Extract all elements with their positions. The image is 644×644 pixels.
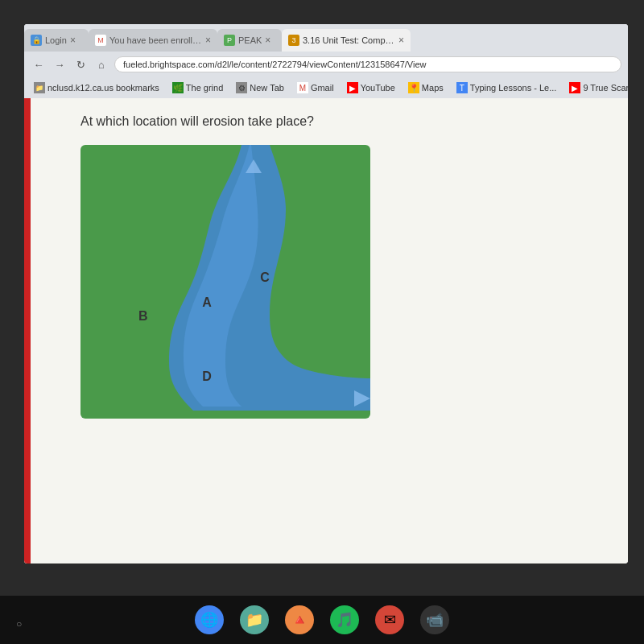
label-d: D [202, 369, 212, 384]
browser-chrome: 🔒Login×MYou have been enrolled in a ne×P… [24, 24, 628, 98]
bookmark-icon: 📁 [34, 82, 45, 93]
bookmark-label: The grind [186, 83, 223, 93]
bookmark-youtube[interactable]: ▶YouTube [344, 81, 398, 94]
bookmark-icon: ▶ [569, 82, 580, 93]
tab-login[interactable]: 🔒Login× [24, 29, 89, 52]
bookmark-label: Gmail [311, 83, 334, 93]
bookmark-icon: ▶ [347, 82, 358, 93]
bookmark-icon: T [456, 82, 468, 93]
tab-favicon-enrolled: M [95, 35, 106, 46]
forward-button[interactable]: → [52, 56, 68, 72]
bookmark-label: 9 True Scary Storie... [583, 83, 628, 93]
address-bar[interactable]: fueled.brightspace.com/d2l/le/content/27… [114, 56, 621, 72]
tab-label-unit: 3.16 Unit Test: Composition of [303, 35, 395, 45]
files-icon[interactable]: 📁 [240, 605, 269, 634]
tab-label-login: Login [45, 35, 67, 45]
bookmark-label: Maps [422, 83, 444, 93]
tab-close-unit[interactable]: × [398, 35, 404, 46]
bookmarks-bar: 📁nclusd.k12.ca.us bookmarks🌿The grind⚙Ne… [24, 77, 628, 98]
tab-close-peak[interactable]: × [265, 35, 270, 46]
bookmark-label: Typing Lessons - Le... [470, 83, 557, 93]
address-bar-row: ← → ↻ ⌂ fueled.brightspace.com/d2l/le/co… [24, 52, 628, 77]
drive-icon[interactable]: 🔺 [285, 605, 314, 634]
bookmark-maps[interactable]: 📍Maps [405, 81, 447, 94]
back-button[interactable]: ← [31, 56, 47, 72]
screen: 🔒Login×MYou have been enrolled in a ne×P… [24, 24, 628, 564]
bookmark-icon: 📍 [408, 82, 419, 93]
tab-enrolled[interactable]: MYou have been enrolled in a ne× [89, 29, 217, 52]
red-accent [24, 98, 31, 564]
tab-close-enrolled[interactable]: × [205, 35, 211, 46]
label-b: B [138, 309, 148, 324]
tab-favicon-peak: P [224, 35, 235, 46]
tab-label-enrolled: You have been enrolled in a ne [109, 35, 202, 45]
bookmark-icon: 🌿 [172, 82, 184, 93]
chrome-icon[interactable]: 🌐 [195, 605, 224, 634]
page-content: At which location will erosion take plac… [24, 98, 628, 564]
refresh-button[interactable]: ↻ [72, 56, 89, 72]
bookmark-new-tab[interactable]: ⚙New Tab [233, 81, 287, 94]
bookmark-label: nclusd.k12.ca.us bookmarks [47, 83, 159, 93]
gmail-icon[interactable]: ✉ [375, 605, 404, 634]
tab-favicon-unit: 3 [288, 35, 299, 46]
spotify-icon[interactable]: 🎵 [330, 605, 359, 634]
meet-icon[interactable]: 📹 [420, 605, 449, 634]
bookmark-gmail[interactable]: MGmail [294, 81, 337, 94]
bookmark-the-grind[interactable]: 🌿The grind [169, 81, 226, 94]
tab-close-login[interactable]: × [70, 35, 76, 46]
question-text: At which location will erosion take plac… [80, 114, 596, 129]
taskbar-indicator: ○ [16, 618, 22, 630]
tab-favicon-login: 🔒 [31, 35, 42, 46]
bookmark-label: YouTube [361, 83, 395, 93]
label-a: A [202, 295, 212, 310]
tab-label-peak: PEAK [238, 35, 262, 45]
bookmark-typing-lessons---le...[interactable]: TTyping Lessons - Le... [453, 81, 560, 94]
laptop-bezel: 🔒Login×MYou have been enrolled in a ne×P… [0, 0, 644, 644]
label-c: C [260, 270, 270, 285]
taskbar: ○ 🌐 📁 🔺 🎵 ✉ 📹 [0, 596, 644, 644]
home-button[interactable]: ⌂ [93, 56, 109, 72]
bookmark-9-true-scary-storie...[interactable]: ▶9 True Scary Storie... [566, 81, 628, 94]
bookmark-icon: M [297, 82, 308, 93]
tab-peak[interactable]: PPEAK× [217, 29, 282, 52]
bookmark-nclusd.k12.ca.us-bookmarks[interactable]: 📁nclusd.k12.ca.us bookmarks [31, 81, 163, 94]
bookmark-label: New Tab [250, 83, 284, 93]
erosion-diagram: A B C D [80, 145, 370, 419]
bookmark-icon: ⚙ [236, 82, 247, 93]
tab-unit[interactable]: 33.16 Unit Test: Composition of× [282, 29, 411, 52]
tab-bar: 🔒Login×MYou have been enrolled in a ne×P… [24, 24, 628, 52]
